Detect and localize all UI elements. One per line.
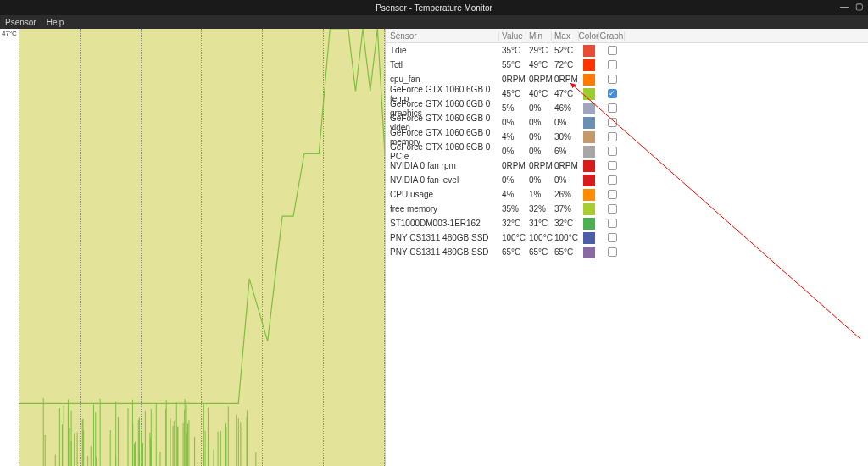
col-graph[interactable]: Graph [599,31,625,41]
sensor-min: 29°C [526,46,552,55]
sensor-value: 0RPM [499,75,526,84]
sensor-color-swatch[interactable] [579,218,599,230]
sensor-graph-checkbox[interactable] [599,46,625,55]
window-titlebar: Psensor - Temperature Monitor — ▢ [0,0,868,15]
sensor-graph-checkbox[interactable] [599,219,625,228]
sensor-max: 100°C [552,233,579,242]
window-minimize-icon[interactable]: — [840,2,849,11]
sensor-value: 55°C [499,60,526,69]
sensor-min: 32% [526,204,552,214]
sensor-min: 1% [526,190,552,199]
sensor-color-swatch[interactable] [579,74,599,86]
sensor-name: PNY CS1311 480GB SSD [387,233,499,242]
sensor-max: 37% [552,204,579,214]
sensor-color-swatch[interactable] [579,88,599,100]
sensor-graph-checkbox[interactable] [599,75,625,84]
sensor-graph-checkbox[interactable] [599,118,625,127]
sensor-name: CPU usage [387,190,499,199]
menu-psensor[interactable]: Psensor [5,18,36,27]
sensor-graph-checkbox[interactable] [599,147,625,156]
sensor-color-swatch[interactable] [579,146,599,158]
sensor-max: 0% [552,175,579,185]
table-row[interactable]: Tdie35°C29°C52°C [386,43,868,58]
sensor-graph-checkbox[interactable] [599,89,625,98]
table-row[interactable]: free memory35%32%37% [386,202,868,216]
sensor-min: 0RPM [526,75,552,84]
sensor-graph-checkbox[interactable] [599,190,625,199]
sensor-max: 65°C [552,247,579,257]
sensor-name: cpu_fan [387,75,499,84]
sensor-graph-checkbox[interactable] [599,247,625,257]
col-sensor[interactable]: Sensor [387,31,499,41]
menubar: Psensor Help [0,15,868,29]
sensor-graph-checkbox[interactable] [599,233,625,242]
sensor-graph-checkbox[interactable] [599,60,625,69]
sensor-max: 6% [552,147,579,156]
graph-pane: 47°C [0,29,386,466]
sensor-color-swatch[interactable] [579,59,599,71]
sensor-min: 0% [526,175,552,185]
sensor-color-swatch[interactable] [579,131,599,143]
sensor-color-swatch[interactable] [579,247,599,258]
table-row[interactable]: PNY CS1311 480GB SSD100°C100°C100°C [386,230,868,245]
sensor-color-swatch[interactable] [579,103,599,114]
sensor-value: 5% [499,103,526,113]
sensor-min: 31°C [526,219,552,228]
table-row[interactable]: GeForce GTX 1060 6GB 0 PCIe0%0%6% [386,144,868,158]
table-row[interactable]: NVIDIA 0 fan level0%0%0% [386,173,868,187]
sensor-min: 65°C [526,247,552,257]
sensor-max: 0% [552,118,579,127]
sensor-color-swatch[interactable] [579,160,599,172]
sensor-max: 47°C [552,89,579,98]
sensor-graph-checkbox[interactable] [599,103,625,113]
sensor-name: free memory [387,204,499,214]
table-row[interactable]: PNY CS1311 480GB SSD65°C65°C65°C [386,245,868,259]
menu-help[interactable]: Help [47,18,64,27]
sensor-min: 0RPM [526,161,552,170]
sensor-min: 0% [526,103,552,113]
table-row[interactable]: Tctl55°C49°C72°C [386,58,868,72]
sensor-max: 72°C [552,60,579,69]
sensor-value: 0RPM [499,161,526,170]
sensor-graph-checkbox[interactable] [599,204,625,214]
sensor-max: 32°C [552,219,579,228]
sensor-table: Sensor Value Min Max Color Graph Tdie35°… [386,29,868,466]
sensor-color-swatch[interactable] [579,175,599,186]
sensor-value: 65°C [499,247,526,257]
sensor-name: NVIDIA 0 fan level [387,175,499,185]
sensor-value: 0% [499,175,526,185]
sensor-color-swatch[interactable] [579,232,599,244]
sensor-min: 0% [526,147,552,156]
sensor-color-swatch[interactable] [579,189,599,201]
col-value[interactable]: Value [499,31,526,41]
sensor-graph-checkbox[interactable] [599,161,625,170]
window-maximize-icon[interactable]: ▢ [855,2,863,11]
sensor-value: 35°C [499,46,526,55]
sensor-value: 4% [499,132,526,141]
table-row[interactable]: CPU usage4%1%26% [386,187,868,202]
col-color[interactable]: Color [579,31,599,41]
sensor-name: NVIDIA 0 fan rpm [387,161,499,170]
sensor-graph-checkbox[interactable] [599,132,625,141]
col-max[interactable]: Max [552,31,579,41]
sensor-min: 0% [526,132,552,141]
table-header-row: Sensor Value Min Max Color Graph [386,29,868,43]
sensor-value: 45°C [499,89,526,98]
col-min[interactable]: Min [526,31,552,41]
table-row[interactable]: ST1000DM003-1ER16232°C31°C32°C [386,216,868,230]
sensor-value: 32°C [499,219,526,228]
sensor-max: 30% [552,132,579,141]
sensor-graph-checkbox[interactable] [599,175,625,185]
sensor-color-swatch[interactable] [579,45,599,57]
sensor-name: GeForce GTX 1060 6GB 0 PCIe [387,142,499,161]
main-content: 47°C Sensor Value Min Max Color Graph Td… [0,29,868,466]
graph-ylabel-top: 47°C [2,30,17,37]
sensor-color-swatch[interactable] [579,203,599,215]
sensor-color-swatch[interactable] [579,117,599,129]
sensor-min: 40°C [526,89,552,98]
sensor-max: 0RPM [552,161,579,170]
sensor-max: 46% [552,103,579,113]
sensor-value: 35% [499,204,526,214]
sensor-max: 26% [552,190,579,199]
table-row[interactable]: NVIDIA 0 fan rpm0RPM0RPM0RPM [386,158,868,173]
